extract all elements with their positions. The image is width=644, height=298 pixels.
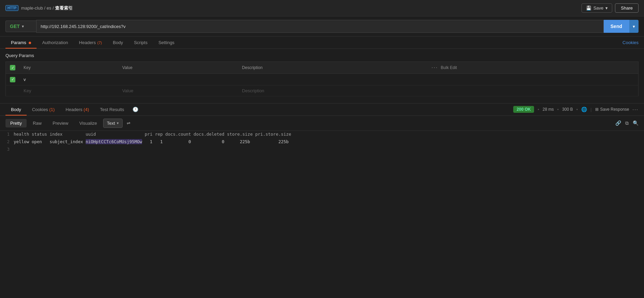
th-value: Value	[118, 62, 238, 74]
globe-icon: 🌐	[581, 107, 587, 112]
col-index: index	[50, 132, 85, 137]
row1-description[interactable]	[238, 74, 428, 85]
save-button[interactable]: 💾 Save ▾	[582, 3, 613, 13]
line-num-2: 2	[0, 138, 14, 145]
row1-value[interactable]	[118, 74, 238, 85]
response-tab-headers-label: Headers	[66, 107, 84, 112]
line-content-2: yellow open subject_index niOHptCCTc6CoM…	[14, 138, 289, 145]
tab-headers[interactable]: Headers (7)	[73, 37, 107, 49]
format-dropdown[interactable]: Text ▾	[103, 119, 123, 128]
th-key: Key	[19, 62, 118, 74]
send-dropdown-button[interactable]: ▾	[629, 20, 639, 33]
query-params-title: Query Params	[5, 53, 639, 58]
row2-actions	[427, 85, 638, 96]
format-chevron-icon: ▾	[117, 121, 119, 125]
row1-key[interactable]: v	[19, 74, 118, 85]
send-button[interactable]: Send	[604, 20, 629, 33]
row2-description[interactable]: Description	[238, 85, 428, 96]
url-bar: GET ▾ Send ▾	[0, 16, 644, 37]
tab-cookies-label: Cookies	[622, 40, 639, 45]
response-cookies-badge: (1)	[49, 107, 55, 112]
line-num-1: 1	[0, 131, 14, 137]
params-dot	[29, 42, 31, 44]
response-tab-cookies-label: Cookies	[32, 107, 50, 112]
http-badge: HTTP	[5, 5, 18, 11]
th-description: Description	[238, 62, 428, 74]
row1-checkbox[interactable]: ✓	[10, 77, 15, 82]
bulk-dots-icon: ···	[431, 65, 438, 71]
col-health: health	[14, 132, 32, 137]
fmt-tab-preview[interactable]: Preview	[48, 119, 73, 127]
response-tab-test-results[interactable]: Test Results	[95, 104, 130, 116]
response-time: 28 ms	[543, 107, 554, 112]
tab-authorization[interactable]: Authorization	[37, 37, 73, 49]
table-row: ✓ v	[6, 74, 639, 85]
top-bar-left: HTTP maple-club / es / 查看索引	[5, 5, 73, 11]
fmt-preview-label: Preview	[53, 121, 68, 126]
row2-key[interactable]: Key	[19, 85, 118, 96]
response-tabs: Body Cookies (1) Headers (4) Test Result…	[0, 104, 644, 116]
share-button[interactable]: Share	[615, 3, 639, 13]
link-icon[interactable]: 🔗	[615, 120, 621, 126]
search-icon[interactable]: 🔍	[633, 120, 639, 126]
code-output: 1 health status index uuid pri rep docs.…	[0, 131, 644, 153]
row2-checkbox-cell	[6, 85, 20, 96]
row1-actions	[427, 74, 638, 85]
share-label: Share	[621, 5, 633, 11]
tab-authorization-label: Authorization	[42, 40, 68, 45]
bulk-edit-label[interactable]: Bulk Edit	[441, 65, 457, 70]
method-select[interactable]: GET ▾	[5, 21, 36, 32]
breadcrumb-part1: maple-club	[21, 5, 43, 11]
url-input[interactable]	[36, 20, 604, 33]
top-bar-right: 💾 Save ▾ Share	[582, 3, 639, 13]
tab-settings-label: Settings	[158, 40, 174, 45]
copy-icon[interactable]: ⧉	[625, 120, 629, 126]
col-uuid: uuid pri rep docs.count docs.deleted sto…	[86, 132, 291, 137]
save-response-button[interactable]: ⊞ Save Response	[595, 107, 629, 112]
format-action-icons: 🔗 ⧉ 🔍	[615, 120, 639, 126]
wrap-lines-icon[interactable]: ⇌	[124, 119, 133, 127]
fmt-raw-label: Raw	[33, 121, 42, 126]
fmt-tab-visualize[interactable]: Visualize	[74, 119, 102, 127]
tab-scripts-label: Scripts	[134, 40, 148, 45]
fmt-tab-pretty[interactable]: Pretty	[5, 119, 27, 127]
history-icon[interactable]: 🕐	[130, 107, 137, 112]
send-dropdown-icon: ▾	[633, 24, 635, 29]
tab-headers-badge: (7)	[97, 41, 102, 45]
select-all-checkbox[interactable]: ✓	[10, 65, 15, 70]
meta-dot4: |	[590, 107, 591, 112]
response-tab-cookies[interactable]: Cookies (1)	[27, 104, 60, 116]
line-num-3: 3	[0, 146, 14, 152]
meta-dot3: •	[576, 107, 578, 112]
breadcrumb: maple-club / es / 查看索引	[21, 5, 73, 11]
save-chevron-icon: ▾	[605, 5, 608, 11]
top-bar: HTTP maple-club / es / 查看索引 💾 Save ▾ Sha…	[0, 0, 644, 16]
tab-cookies[interactable]: Cookies	[622, 37, 639, 49]
breadcrumb-sep1: /	[44, 5, 46, 11]
method-value: GET	[10, 24, 20, 29]
tab-headers-label: Headers	[79, 40, 97, 45]
row2-value[interactable]: Value	[118, 85, 238, 96]
fmt-tab-raw[interactable]: Raw	[28, 119, 46, 127]
breadcrumb-active: 查看索引	[55, 5, 73, 11]
tab-scripts[interactable]: Scripts	[128, 37, 153, 49]
save-response-label: Save Response	[600, 107, 629, 112]
col-status: status	[32, 132, 50, 137]
response-headers-badge: (4)	[84, 107, 89, 112]
tab-body-label: Body	[113, 40, 123, 45]
response-tab-headers[interactable]: Headers (4)	[60, 104, 95, 116]
method-chevron-icon: ▾	[22, 24, 24, 29]
line-content-1: health status index uuid pri rep docs.co…	[14, 131, 291, 137]
fmt-visualize-label: Visualize	[79, 121, 97, 126]
wrap-icon-symbol: ⇌	[127, 121, 130, 126]
tab-body[interactable]: Body	[108, 37, 129, 49]
response-meta: 200 OK • 28 ms • 300 B • 🌐 | ⊞ Save Resp…	[513, 106, 639, 113]
tab-settings[interactable]: Settings	[153, 37, 180, 49]
row1-checkbox-cell: ✓	[6, 74, 20, 85]
response-tab-test-results-label: Test Results	[100, 107, 124, 112]
meta-dot1: •	[537, 107, 539, 112]
response-tab-body[interactable]: Body	[5, 104, 27, 116]
tab-params[interactable]: Params	[5, 37, 37, 49]
status-badge: 200 OK	[513, 106, 534, 113]
more-options-icon[interactable]: ···	[632, 107, 639, 112]
